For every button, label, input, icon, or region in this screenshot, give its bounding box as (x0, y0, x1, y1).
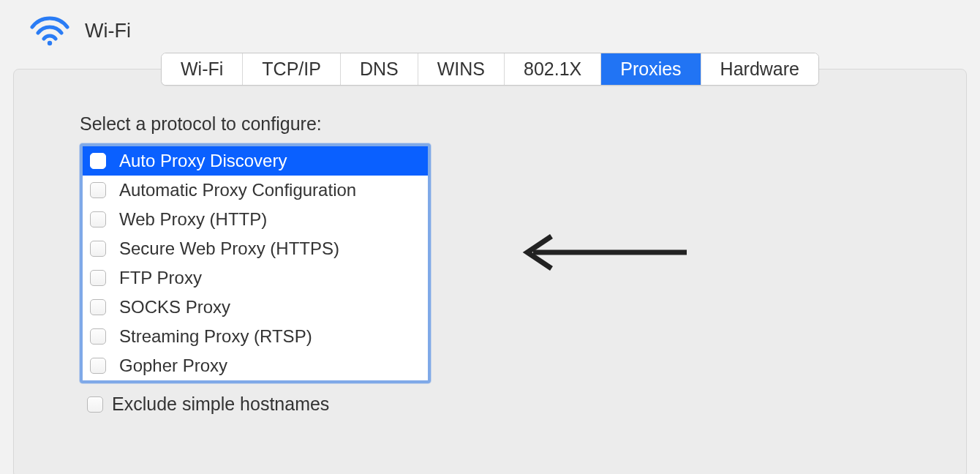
protocol-item-auto-config[interactable]: Automatic Proxy Configuration (83, 176, 428, 205)
protocol-item-ftp[interactable]: FTP Proxy (83, 263, 428, 293)
checkbox[interactable] (90, 270, 106, 286)
tab-proxies[interactable]: Proxies (601, 53, 701, 85)
protocol-label: Streaming Proxy (RTSP) (119, 326, 312, 347)
protocol-item-http[interactable]: Web Proxy (HTTP) (83, 205, 428, 234)
protocol-label: SOCKS Proxy (119, 297, 230, 317)
tab-8021x[interactable]: 802.1X (505, 53, 601, 85)
arrow-annotation-icon (511, 230, 694, 277)
protocol-label: Automatic Proxy Configuration (119, 180, 356, 200)
checkbox[interactable] (90, 299, 106, 315)
tab-hardware[interactable]: Hardware (701, 53, 818, 85)
protocol-item-https[interactable]: Secure Web Proxy (HTTPS) (83, 234, 428, 263)
protocol-item-auto-discovery[interactable]: Auto Proxy Discovery (83, 146, 428, 176)
tab-dns[interactable]: DNS (341, 53, 418, 85)
checkbox[interactable] (90, 328, 106, 345)
page-title: Wi-Fi (85, 20, 131, 42)
checkbox[interactable] (90, 211, 106, 227)
tab-bar: Wi-Fi TCP/IP DNS WINS 802.1X Proxies Har… (0, 53, 980, 86)
wifi-icon (29, 16, 70, 45)
protocol-list[interactable]: Auto Proxy Discovery Automatic Proxy Con… (80, 143, 431, 383)
protocol-label: Gopher Proxy (119, 356, 227, 376)
checkbox[interactable] (90, 358, 106, 374)
checkbox[interactable] (90, 241, 106, 257)
protocol-item-socks[interactable]: SOCKS Proxy (83, 293, 428, 322)
tab-wifi[interactable]: Wi-Fi (162, 53, 243, 85)
protocol-item-gopher[interactable]: Gopher Proxy (83, 351, 428, 380)
protocol-label: FTP Proxy (119, 268, 202, 288)
exclude-hostnames-row[interactable]: Exclude simple hostnames (87, 394, 937, 415)
tab-tcpip[interactable]: TCP/IP (243, 53, 341, 85)
protocol-label: Secure Web Proxy (HTTPS) (119, 238, 339, 259)
protocol-label: Auto Proxy Discovery (119, 151, 287, 171)
tab-wins[interactable]: WINS (418, 53, 505, 85)
tabs: Wi-Fi TCP/IP DNS WINS 802.1X Proxies Har… (161, 53, 819, 86)
exclude-label: Exclude simple hostnames (112, 394, 329, 415)
settings-panel: Select a protocol to configure: Auto Pro… (13, 69, 967, 474)
window-header: Wi-Fi (0, 0, 980, 53)
checkbox[interactable] (90, 153, 106, 169)
protocol-label: Web Proxy (HTTP) (119, 209, 267, 230)
svg-point-0 (48, 41, 52, 45)
checkbox[interactable] (90, 182, 106, 198)
checkbox[interactable] (87, 396, 103, 413)
protocol-item-rtsp[interactable]: Streaming Proxy (RTSP) (83, 322, 428, 351)
protocol-section-label: Select a protocol to configure: (80, 113, 937, 135)
